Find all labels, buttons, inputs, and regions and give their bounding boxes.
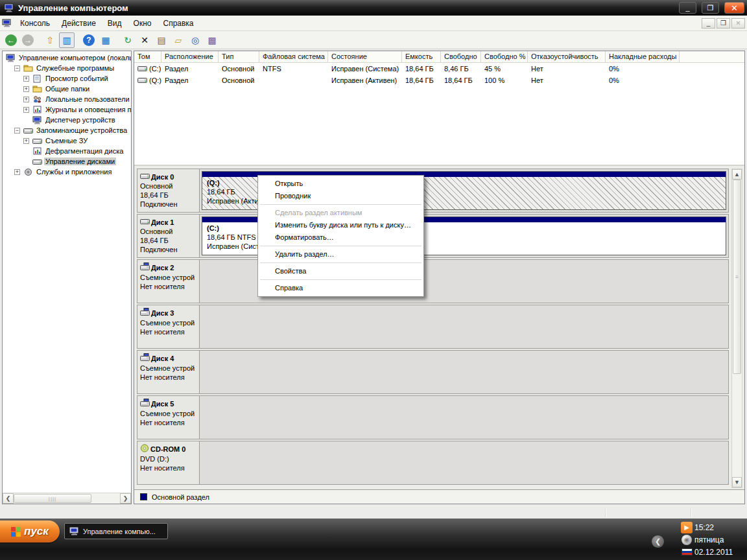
disk-label-5[interactable]: Диск 5Съемное устройНет носителя bbox=[137, 396, 200, 439]
column-header-1[interactable]: Расположение bbox=[161, 51, 219, 62]
console-window-icon[interactable] bbox=[2, 19, 12, 27]
refresh-icon[interactable]: ↻ bbox=[120, 32, 136, 48]
context-menu-item-0[interactable]: Открыть bbox=[259, 178, 423, 190]
disk-label-3[interactable]: Диск 3Съемное устройНет носителя bbox=[137, 305, 200, 348]
tree-item-3[interactable]: +Общие папки bbox=[4, 84, 131, 94]
column-header-4[interactable]: Состояние bbox=[328, 51, 402, 62]
close-button[interactable]: ✕ bbox=[724, 2, 744, 14]
tree-expander-icon[interactable]: − bbox=[14, 128, 20, 134]
scrollbar-thumb[interactable]: |||| bbox=[14, 494, 91, 503]
scroll-right-button[interactable]: ❯ bbox=[120, 493, 131, 504]
column-header-6[interactable]: Свободно bbox=[441, 51, 481, 62]
context-menu-item-11[interactable]: Справка bbox=[259, 282, 423, 294]
tree-item-label: Журналы и оповещения пр bbox=[44, 106, 132, 113]
scroll-up-button[interactable]: ▲ bbox=[732, 169, 742, 180]
volume-drive-icon bbox=[137, 76, 147, 85]
volume-cell: 45 % bbox=[481, 65, 528, 73]
forward-icon[interactable]: → bbox=[20, 32, 36, 48]
child-close-button[interactable]: ✕ bbox=[731, 18, 745, 29]
tree-expander-icon[interactable]: + bbox=[23, 97, 29, 102]
language-flag-icon[interactable] bbox=[682, 548, 693, 555]
column-header-0[interactable]: Том bbox=[134, 51, 161, 62]
child-minimize-button[interactable]: _ bbox=[702, 18, 715, 29]
volume-list-body: (C:)РазделОсновнойNTFSИсправен (Система)… bbox=[134, 63, 744, 86]
column-header-3[interactable]: Файловая система bbox=[259, 51, 328, 62]
disk-label-1[interactable]: Диск 1Основной18,64 ГБПодключен bbox=[137, 215, 200, 257]
tree-item-0[interactable]: Управление компьютером (локаль bbox=[4, 52, 131, 63]
media-player-tray-icon[interactable]: ▶ bbox=[681, 522, 693, 533]
desktop: Управление компьютером _ ❐ ✕ КонсольДейс… bbox=[0, 0, 747, 560]
tree-item-1[interactable]: −Служебные программы bbox=[4, 63, 131, 73]
context-menu-item-1[interactable]: Проводник bbox=[259, 190, 423, 202]
volume-cell: Нет bbox=[528, 76, 606, 84]
scrollbar-thumb[interactable]: ≡ bbox=[733, 180, 741, 374]
tree-expander-icon[interactable]: + bbox=[14, 169, 20, 175]
tray-collapse-chevron-icon[interactable]: ❮ bbox=[652, 535, 664, 548]
minimize-button[interactable]: _ bbox=[679, 2, 696, 14]
help-icon[interactable]: ? bbox=[81, 32, 97, 48]
up-icon[interactable]: ⇧ bbox=[42, 32, 58, 48]
menu-item-3[interactable]: Вид bbox=[102, 17, 128, 30]
tree-item-8[interactable]: +Съемные ЗУ bbox=[4, 135, 131, 146]
disk-label-4[interactable]: Диск 4Съемное устройНет носителя bbox=[137, 351, 200, 393]
scroll-down-button[interactable]: ▼ bbox=[732, 477, 742, 487]
tree-item-5[interactable]: +Журналы и оповещения пр bbox=[4, 104, 131, 115]
disk-row-3: Диск 3Съемное устройНет носителя bbox=[137, 305, 729, 349]
shared-folders-icon bbox=[32, 84, 42, 93]
context-menu-item-7[interactable]: Удалить раздел… bbox=[259, 248, 423, 261]
menu-item-2[interactable]: Действие bbox=[56, 17, 102, 30]
properties-icon[interactable]: ▤ bbox=[154, 32, 169, 48]
scroll-left-button[interactable]: ❮ bbox=[3, 493, 14, 504]
column-header-5[interactable]: Емкость bbox=[402, 51, 441, 62]
tree-item-11[interactable]: +Службы и приложения bbox=[4, 167, 131, 177]
find-icon[interactable]: ◎ bbox=[187, 32, 203, 48]
tree-expander-icon[interactable]: + bbox=[23, 138, 29, 144]
tree-item-9[interactable]: Дефрагментация диска bbox=[4, 146, 131, 156]
show-tree-icon[interactable]: ▥ bbox=[59, 32, 75, 48]
tree-horizontal-scrollbar[interactable]: ❮ |||| ❯ bbox=[3, 493, 131, 504]
volume-row-0[interactable]: (C:)РазделОсновнойNTFSИсправен (Система)… bbox=[134, 63, 744, 75]
removable-disk-icon bbox=[140, 262, 150, 273]
menu-item-1[interactable]: Консоль bbox=[14, 17, 56, 30]
context-menu-item-4[interactable]: Изменить букву диска или путь к диску… bbox=[259, 219, 423, 231]
context-menu-item-5[interactable]: Форматировать… bbox=[259, 231, 423, 244]
column-header-8[interactable]: Отказоустойчивость bbox=[528, 51, 606, 62]
disk-view-scrollbar[interactable]: ▲ ≡ ▼ bbox=[731, 169, 742, 488]
delete-icon[interactable]: ✕ bbox=[137, 32, 152, 48]
context-menu-item-3[interactable]: Сделать раздел активным bbox=[259, 207, 423, 219]
menu-item-5[interactable]: Справка bbox=[157, 17, 199, 30]
tray-clock-date: 02.12.2011 bbox=[694, 548, 744, 557]
tree-item-4[interactable]: +Локальные пользователи bbox=[4, 94, 131, 104]
column-header-9[interactable]: Накладные расходы bbox=[606, 51, 680, 62]
column-header-7[interactable]: Свободно % bbox=[481, 51, 528, 62]
volume-tray-icon[interactable]: ◉ bbox=[682, 535, 692, 545]
context-menu-item-9[interactable]: Свойства bbox=[259, 265, 423, 277]
settings-icon[interactable]: ▩ bbox=[204, 32, 220, 48]
tree-expander-icon[interactable]: − bbox=[14, 65, 20, 71]
back-icon[interactable]: ← bbox=[3, 32, 19, 48]
column-header-2[interactable]: Тип bbox=[219, 51, 259, 62]
tree-item-7[interactable]: −Запоминающие устройства bbox=[4, 125, 131, 135]
menu-separator bbox=[260, 262, 421, 263]
tree-item-6[interactable]: Диспетчер устройств bbox=[4, 115, 131, 125]
volume-row-1[interactable]: (Q:)РазделОсновнойИсправен (Активен)18,6… bbox=[134, 75, 744, 86]
taskbar-window-button[interactable]: Управление компью... bbox=[64, 523, 168, 539]
open-folder-icon[interactable]: ▱ bbox=[171, 32, 186, 48]
start-button[interactable]: пуск bbox=[0, 520, 60, 542]
tree-expander-icon[interactable]: + bbox=[23, 76, 29, 82]
tree-expander-icon[interactable]: + bbox=[23, 86, 29, 92]
tree-item-2[interactable]: +Просмотр событий bbox=[4, 73, 131, 84]
disk-label-0[interactable]: Диск 0Основной18,64 ГБПодключен bbox=[137, 169, 200, 212]
disk-label-line: Основной bbox=[140, 181, 199, 191]
disk-label-2[interactable]: Диск 2Съемное устройНет носителя bbox=[137, 260, 200, 303]
tree-expander-icon[interactable]: + bbox=[23, 107, 29, 113]
disk-row-0: Диск 0Основной18,64 ГБПодключен(Q:)18,64… bbox=[137, 169, 729, 213]
volume-cell: Основной bbox=[219, 76, 259, 84]
volume-cell: 0% bbox=[606, 65, 680, 73]
restore-button[interactable]: ❐ bbox=[702, 2, 719, 14]
child-restore-button[interactable]: ❐ bbox=[717, 18, 730, 29]
export-list-icon[interactable]: ▦ bbox=[98, 32, 113, 48]
disk-label-6[interactable]: CD-ROM 0DVD (D:)Нет носителя bbox=[137, 441, 200, 484]
menu-item-4[interactable]: Окно bbox=[128, 17, 158, 30]
tree-item-10[interactable]: Управление дисками bbox=[4, 156, 131, 167]
